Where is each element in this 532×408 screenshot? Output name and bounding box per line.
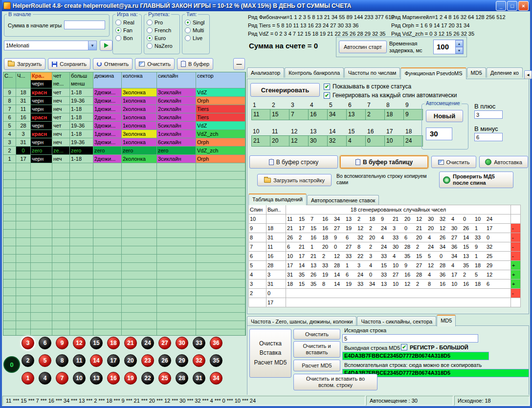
roulette-number-5[interactable]: 5 xyxy=(39,354,51,367)
tab-частота-zero-шансы-дюжины-колонки[interactable]: Частота - Zero, шансы, дюжины, колонки xyxy=(247,316,356,326)
tab-функционал-psevdoms[interactable]: Функционал PsevdoMS xyxy=(400,67,466,79)
tab-автопроставление-ставок[interactable]: Автопроставление ставок xyxy=(307,195,379,205)
roulette-number-13[interactable]: 13 xyxy=(90,372,103,385)
tab-частоты-по-числам[interactable]: Частоты по числам xyxy=(344,67,400,78)
roulette-number-9[interactable]: 9 xyxy=(56,337,68,349)
autostake-button[interactable]: Автоставка xyxy=(479,156,528,168)
check-md5-button[interactable]: Проверить МД5 после спина xyxy=(439,172,513,188)
roulette-number-6[interactable]: 6 xyxy=(39,337,51,349)
radio-pro[interactable]: Pro xyxy=(147,20,177,25)
radio-multi[interactable]: Multi xyxy=(185,27,207,33)
titlebar[interactable]: HelperRoullet 4.8- create helperroullet@… xyxy=(2,0,530,11)
radio-singl[interactable]: Singl xyxy=(185,20,207,25)
roulette-number-23[interactable]: 23 xyxy=(141,354,154,367)
roulette-number-11[interactable]: 11 xyxy=(73,354,86,367)
new-shift-button[interactable]: Новый xyxy=(426,110,463,122)
start-sum-input[interactable] xyxy=(64,21,105,29)
md5-clear-insert-aux-button[interactable]: Очистить и вставить во вспом. строку xyxy=(293,374,377,390)
table-cell: чет xyxy=(52,88,70,97)
save-button[interactable]: Сохранить xyxy=(48,58,90,70)
roulette-number-0[interactable]: 0 xyxy=(4,357,19,372)
roulette-number-35[interactable]: 35 xyxy=(210,354,222,367)
roulette-number-16[interactable]: 16 xyxy=(107,372,120,385)
md5-all-in-one-button[interactable]: Очистка Вставка Расчет MD5 xyxy=(249,329,291,378)
load-settings-button[interactable]: Загрузить настройку xyxy=(257,174,332,186)
roulette-number-18[interactable]: 18 xyxy=(107,337,120,349)
buffer-table-button[interactable]: В буфер таблицу xyxy=(340,155,428,169)
roulette-number-31[interactable]: 31 xyxy=(193,372,205,385)
empty-cell xyxy=(31,263,52,271)
roulette-number-26[interactable]: 26 xyxy=(158,354,171,367)
preset-combobox[interactable]: 1Melonati ▼ xyxy=(4,41,97,50)
radio-bon[interactable]: Bon xyxy=(115,35,139,41)
tab-контроль-банкролла[interactable]: Контроль банкролла xyxy=(285,67,344,78)
undo-button[interactable]: Отменить xyxy=(93,58,133,70)
maximize-button[interactable]: □ xyxy=(507,1,517,11)
roulette-number-7[interactable]: 7 xyxy=(56,372,68,385)
md5-register-checkbox[interactable]: ✔ РЕГИСТР - БОЛЬШОЙ xyxy=(401,344,468,350)
tabs-scroll-left-icon[interactable]: ◄ xyxy=(524,70,532,79)
roulette-number-4[interactable]: 4 xyxy=(39,372,51,385)
roulette-number-2[interactable]: 2 xyxy=(22,354,34,367)
roulette-number-27[interactable]: 27 xyxy=(158,337,171,349)
roulette-number-34[interactable]: 34 xyxy=(210,372,222,385)
generate-button[interactable]: Сгенерировать xyxy=(250,83,320,97)
radio-french[interactable]: French xyxy=(147,27,177,33)
md5-output-field[interactable]: E4DA3B7FBBCE2345D7772B0674A318D5 xyxy=(342,352,489,360)
delay-spinner[interactable]: 100 ▲ ▼ xyxy=(433,40,464,54)
roulette-number-17[interactable]: 17 xyxy=(107,354,120,367)
roulette-number-32[interactable]: 32 xyxy=(193,354,205,367)
chevron-down-icon[interactable]: ▼ xyxy=(88,41,96,50)
tab-частота-сиклайны-сектора[interactable]: Частота - сиклайны, сектора xyxy=(357,316,436,326)
to-buffer-button[interactable]: В буфер xyxy=(177,58,213,70)
roulette-number-10[interactable]: 10 xyxy=(73,372,86,385)
plus-input[interactable] xyxy=(474,110,503,119)
roulette-number-22[interactable]: 22 xyxy=(141,372,154,385)
roulette-number-12[interactable]: 12 xyxy=(73,337,86,349)
show-in-status-checkbox[interactable]: ✔ Показывать в строке статуса xyxy=(324,83,411,90)
close-button[interactable]: × xyxy=(518,1,529,11)
md5-source-input[interactable] xyxy=(342,334,478,343)
empty-cell xyxy=(93,288,122,296)
spinner-up-icon[interactable]: ▲ xyxy=(455,40,463,47)
roulette-number-30[interactable]: 30 xyxy=(176,337,188,349)
tab-md5[interactable]: MD5 xyxy=(437,315,456,326)
roulette-number-15[interactable]: 15 xyxy=(90,337,103,349)
roulette-number-24[interactable]: 24 xyxy=(141,337,154,349)
roulette-number-25[interactable]: 25 xyxy=(158,372,171,385)
roulette-number-36[interactable]: 36 xyxy=(210,337,222,349)
tab-md5[interactable]: MD5 xyxy=(467,67,486,78)
tab-таблица-выпадений[interactable]: Таблица выпадений xyxy=(248,193,307,205)
collapse-button[interactable]: — xyxy=(233,58,245,70)
tab-деление-ко[interactable]: Деление ко xyxy=(487,67,523,78)
roulette-number-3[interactable]: 3 xyxy=(22,337,34,349)
roulette-number-21[interactable]: 21 xyxy=(124,337,137,349)
roulette-number-19[interactable]: 19 xyxy=(124,372,137,385)
radio-nazero[interactable]: NaZero xyxy=(147,43,177,49)
clear-button[interactable]: Очистить xyxy=(135,58,175,70)
roulette-number-28[interactable]: 28 xyxy=(176,372,188,385)
roulette-number-1[interactable]: 1 xyxy=(22,372,34,385)
md5-clear-insert-button[interactable]: Очистить и вставить xyxy=(293,341,340,358)
tab-анализатор[interactable]: Анализатор xyxy=(247,67,284,78)
generate-each-spin-checkbox[interactable]: ✔ Генерировать на каждый спин автоматиче… xyxy=(324,92,457,99)
autospin-start-button[interactable]: Автоспин старт xyxy=(339,41,387,53)
md5-calc-button[interactable]: Расчет MD5 xyxy=(293,360,340,371)
radio-real[interactable]: Real xyxy=(115,20,139,25)
buffer-row-button[interactable]: В буфер строку xyxy=(249,155,338,169)
radio-live[interactable]: Live xyxy=(185,35,207,41)
minimize-button[interactable]: _ xyxy=(496,1,506,11)
radio-euro[interactable]: Euro xyxy=(147,35,177,41)
roulette-number-33[interactable]: 33 xyxy=(193,337,205,349)
roulette-number-8[interactable]: 8 xyxy=(56,354,68,367)
minus-input[interactable] xyxy=(474,133,503,141)
roulette-number-14[interactable]: 14 xyxy=(90,354,103,367)
roulette-number-29[interactable]: 29 xyxy=(176,354,188,367)
md5-clear-button[interactable]: Очистить xyxy=(293,329,340,340)
spinner-down-icon[interactable]: ▼ xyxy=(455,47,463,54)
run-preset-button[interactable] xyxy=(100,40,112,51)
clear-grid-button[interactable]: Очистить xyxy=(431,156,476,168)
radio-fan[interactable]: Fan xyxy=(115,27,139,33)
load-button[interactable]: Загрузить xyxy=(4,58,45,70)
roulette-number-20[interactable]: 20 xyxy=(124,354,137,367)
